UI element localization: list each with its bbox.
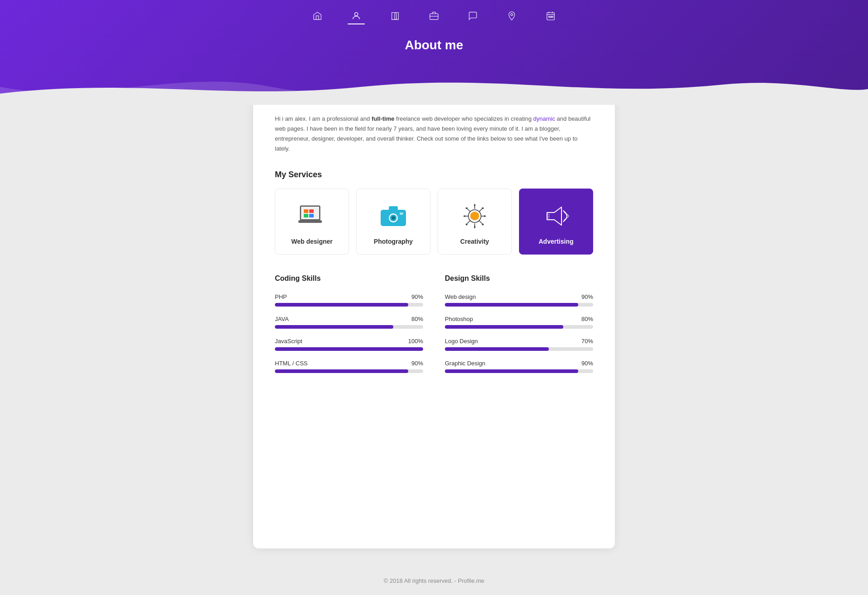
skill-php-percent: 90% [411,293,423,300]
skill-logo-design-name: Logo Design [445,338,478,345]
skill-html-css-percent: 90% [411,360,423,367]
design-skills: Design Skills Web design 90% Photoshop 8… [445,274,593,382]
skill-html-css-name: HTML / CSS [275,360,307,367]
svg-marker-26 [474,203,476,206]
skill-logo-design-bar-fill [445,347,549,351]
skill-java-name: JAVA [275,316,289,322]
svg-rect-13 [304,209,308,213]
photography-icon [379,202,408,231]
service-advertising[interactable]: Advertising [519,189,593,255]
advertising-icon [542,202,571,231]
skill-php-bar-fill [275,303,408,307]
skill-photoshop: Photoshop 80% [445,316,593,329]
bio-text: Hi i am alex. I am a professional and fu… [275,114,593,154]
service-advertising-label: Advertising [538,238,573,245]
skill-java-bar-bg [275,325,423,329]
navigation [0,5,868,30]
page-title: About me [0,30,868,69]
svg-line-33 [467,208,470,212]
footer-text: © 2018 All rights reserved. - Profile.me [384,577,485,584]
skill-graphic-design-name: Graphic Design [445,360,486,367]
svg-rect-16 [309,214,314,217]
skill-php-bar-bg [275,303,423,307]
skill-javascript-percent: 100% [408,338,423,345]
coding-skills: Coding Skills PHP 90% JAVA 80% [275,274,423,382]
service-creativity-label: Creativity [460,238,489,245]
svg-marker-28 [474,227,476,229]
svg-point-0 [354,13,358,16]
skill-html-css: HTML / CSS 90% [275,360,423,373]
skill-web-design-percent: 90% [581,293,593,300]
nav-briefcase[interactable] [425,9,443,23]
creativity-icon [460,202,489,231]
nav-book[interactable] [387,9,404,23]
skill-photoshop-percent: 80% [581,316,593,322]
skill-logo-design: Logo Design 70% [445,338,593,351]
footer: © 2018 All rights reserved. - Profile.me [0,567,868,595]
service-photography-label: Photography [374,238,413,245]
skill-java: JAVA 80% [275,316,423,329]
skill-graphic-design-percent: 90% [581,360,593,367]
skill-javascript-name: JavaScript [275,338,302,345]
services-grid: Web designer Photography [275,189,593,255]
svg-rect-17 [298,220,322,223]
svg-rect-10 [552,16,553,18]
svg-rect-19 [389,206,398,211]
svg-rect-1 [430,14,438,19]
nav-home[interactable] [309,9,326,23]
svg-line-39 [467,221,470,224]
skill-php-name: PHP [275,293,287,300]
coding-skills-title: Coding Skills [275,274,423,283]
service-web-designer-label: Web designer [291,238,333,245]
skill-graphic-design-bar-bg [445,369,593,373]
svg-rect-24 [400,212,403,215]
svg-rect-14 [309,209,314,213]
skill-java-percent: 80% [411,316,423,322]
web-designer-icon [297,202,326,231]
skill-logo-design-bar-bg [445,347,593,351]
service-photography[interactable]: Photography [356,189,430,255]
skill-java-bar-fill [275,325,393,329]
skill-javascript-bar-bg [275,347,423,351]
skill-web-design: Web design 90% [445,293,593,307]
header: About me [0,0,868,105]
skill-photoshop-name: Photoshop [445,316,473,322]
skill-photoshop-bar-bg [445,325,593,329]
skill-html-css-bar-bg [275,369,423,373]
skill-html-css-bar-fill [275,369,408,373]
nav-calendar[interactable] [542,9,559,23]
skill-web-design-bar-bg [445,303,593,307]
skill-php: PHP 90% [275,293,423,307]
skill-javascript-bar-fill [275,347,423,351]
skill-logo-design-percent: 70% [581,338,593,345]
svg-line-35 [479,221,483,224]
service-web-designer[interactable]: Web designer [275,189,349,255]
services-title: My Services [275,170,593,179]
svg-marker-30 [463,215,465,217]
svg-rect-8 [548,16,550,18]
skills-row: Coding Skills PHP 90% JAVA 80% [275,274,593,382]
service-creativity[interactable]: Creativity [438,189,512,255]
skill-web-design-name: Web design [445,293,476,300]
svg-point-23 [392,217,395,219]
svg-rect-15 [304,214,308,217]
svg-rect-9 [550,16,552,18]
svg-point-3 [511,14,513,16]
svg-marker-32 [484,215,486,217]
wave-decoration [0,69,868,105]
skill-javascript: JavaScript 100% [275,338,423,351]
design-skills-title: Design Skills [445,274,593,283]
skill-graphic-design: Graphic Design 90% [445,360,593,373]
skill-web-design-bar-fill [445,303,578,307]
skill-photoshop-bar-fill [445,325,563,329]
main-content: Hi i am alex. I am a professional and fu… [0,105,868,567]
nav-chat[interactable] [464,9,481,23]
svg-line-37 [479,208,483,212]
content-card: Hi i am alex. I am a professional and fu… [253,96,615,548]
skill-graphic-design-bar-fill [445,369,578,373]
nav-location[interactable] [503,9,520,23]
nav-person[interactable] [348,9,365,23]
